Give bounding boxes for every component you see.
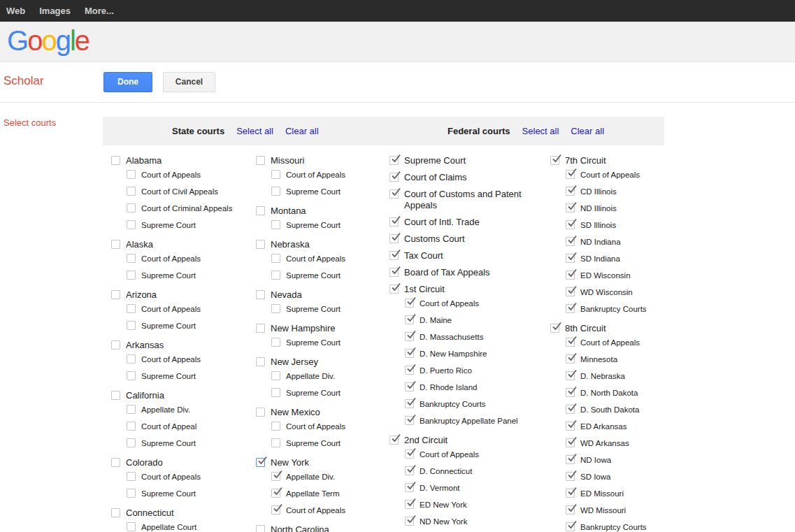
court-row[interactable]: ED Wisconsin <box>566 271 673 280</box>
checkbox-checked[interactable] <box>566 489 575 498</box>
court-row[interactable]: Bankruptcy Courts <box>405 399 529 409</box>
checkbox-unchecked[interactable] <box>256 408 265 417</box>
checkbox-checked[interactable] <box>566 304 575 313</box>
checkbox-checked[interactable] <box>389 189 399 199</box>
checkbox-checked[interactable] <box>566 405 575 414</box>
court-row[interactable]: Supreme Court <box>271 220 385 230</box>
checkbox-checked[interactable] <box>566 505 575 515</box>
checkbox-unchecked[interactable] <box>256 240 265 249</box>
court-row[interactable]: Court of Criminal Appeals <box>127 203 251 213</box>
checkbox-checked[interactable] <box>566 287 575 296</box>
checkbox-checked[interactable] <box>405 483 414 492</box>
court-row[interactable]: Court of Appeals <box>127 472 251 482</box>
checkbox-unchecked[interactable] <box>127 438 136 447</box>
court-group-row[interactable]: Alaska <box>111 239 251 250</box>
court-group-row[interactable]: 7th Circuit <box>550 155 673 166</box>
court-group-row[interactable]: Court of Intl. Trade <box>389 217 529 228</box>
checkbox-unchecked[interactable] <box>127 321 136 330</box>
court-row[interactable]: ED Missouri <box>566 489 673 498</box>
court-row[interactable]: D. Connecticut <box>405 466 529 476</box>
court-row[interactable]: D. Nebraska <box>566 371 673 381</box>
checkbox-checked[interactable] <box>566 422 575 431</box>
checkbox-checked[interactable] <box>566 354 575 364</box>
checkbox-unchecked[interactable] <box>256 324 265 333</box>
court-group-row[interactable]: New Mexico <box>256 407 385 418</box>
checkbox-unchecked[interactable] <box>127 354 136 364</box>
court-row[interactable]: Supreme Court <box>271 271 385 280</box>
court-row[interactable]: WD Missouri <box>566 505 673 515</box>
court-group-row[interactable]: 2nd Circuit <box>389 435 529 446</box>
court-row[interactable]: Supreme Court <box>271 304 385 314</box>
checkbox-checked[interactable] <box>566 187 575 196</box>
checkbox-checked[interactable] <box>566 254 575 263</box>
checkbox-unchecked[interactable] <box>127 220 136 229</box>
court-row[interactable]: Minnesota <box>566 354 673 364</box>
checkbox-checked[interactable] <box>389 268 399 277</box>
court-row[interactable]: Bankruptcy Appellate Panel <box>405 416 529 426</box>
court-row[interactable]: Court of Civil Appeals <box>127 187 251 196</box>
court-row[interactable]: Supreme Court <box>127 438 251 448</box>
checkbox-checked[interactable] <box>389 156 399 165</box>
checkbox-unchecked[interactable] <box>271 254 280 263</box>
checkbox-unchecked[interactable] <box>127 422 136 431</box>
checkbox-checked[interactable] <box>405 349 414 358</box>
checkbox-unchecked[interactable] <box>271 438 280 447</box>
google-logo[interactable]: Google <box>7 25 89 57</box>
checkbox-unchecked[interactable] <box>271 338 280 347</box>
court-group-row[interactable]: Alabama <box>111 155 251 166</box>
court-group-row[interactable]: Arkansas <box>111 340 251 351</box>
checkbox-checked[interactable] <box>405 416 414 425</box>
done-button[interactable]: Done <box>103 72 152 92</box>
checkbox-checked[interactable] <box>566 170 575 179</box>
checkbox-checked[interactable] <box>389 234 399 243</box>
court-row[interactable]: Court of Appeals <box>271 422 385 431</box>
court-row[interactable]: Supreme Court <box>127 489 251 498</box>
court-group-row[interactable]: 1st Circuit <box>389 284 529 295</box>
court-row[interactable]: D. Maine <box>405 315 529 325</box>
court-group-row[interactable]: Court of Claims <box>389 172 529 183</box>
court-group-row[interactable]: New Jersey <box>256 357 385 368</box>
checkbox-checked[interactable] <box>566 371 575 380</box>
court-group-row[interactable]: Board of Tax Appeals <box>389 267 529 278</box>
checkbox-checked[interactable] <box>405 466 414 475</box>
court-row[interactable]: D. Rhode Island <box>405 382 529 392</box>
checkbox-unchecked[interactable] <box>271 388 280 397</box>
checkbox-checked[interactable] <box>550 156 559 165</box>
court-row[interactable]: Court of Appeals <box>566 170 673 180</box>
court-row[interactable]: Court of Appeals <box>271 170 385 180</box>
court-row[interactable]: WD Arkansas <box>566 438 673 448</box>
court-row[interactable]: ND Illinois <box>566 203 673 213</box>
court-row[interactable]: Appellate Court <box>127 522 251 532</box>
court-row[interactable]: Appellate Div. <box>271 371 385 381</box>
court-row[interactable]: Supreme Court <box>271 338 385 347</box>
court-row[interactable]: D. New Hampshire <box>405 349 529 359</box>
court-row[interactable]: Supreme Court <box>127 220 251 230</box>
court-row[interactable]: D. North Dakota <box>566 388 673 398</box>
court-group-row[interactable]: 8th Circuit <box>550 323 673 334</box>
court-row[interactable]: Supreme Court <box>271 187 385 196</box>
checkbox-unchecked[interactable] <box>271 187 280 196</box>
checkbox-checked[interactable] <box>566 203 575 213</box>
court-group-row[interactable]: Nevada <box>256 289 385 301</box>
court-row[interactable]: SD Illinois <box>566 220 673 230</box>
checkbox-unchecked[interactable] <box>271 304 280 313</box>
checkbox-unchecked[interactable] <box>271 220 280 229</box>
court-row[interactable]: D. Vermont <box>405 483 529 493</box>
checkbox-checked[interactable] <box>405 382 414 391</box>
court-row[interactable]: CD Illinois <box>566 187 673 196</box>
checkbox-unchecked[interactable] <box>127 254 136 263</box>
court-group-row[interactable]: Missouri <box>256 155 385 166</box>
checkbox-unchecked[interactable] <box>256 206 265 215</box>
checkbox-unchecked[interactable] <box>256 525 265 532</box>
checkbox-unchecked[interactable] <box>111 290 120 299</box>
checkbox-unchecked[interactable] <box>127 472 136 481</box>
court-row[interactable]: Supreme Court <box>127 271 251 280</box>
checkbox-checked[interactable] <box>566 388 575 397</box>
court-row[interactable]: ED Arkansas <box>566 422 673 431</box>
checkbox-checked[interactable] <box>405 315 414 324</box>
court-row[interactable]: Court of Appeals <box>271 254 385 264</box>
court-row[interactable]: Court of Appeals <box>127 354 251 364</box>
court-group-row[interactable]: Customs Court <box>389 233 529 245</box>
court-row[interactable]: Appellate Div. <box>127 405 251 415</box>
checkbox-unchecked[interactable] <box>127 203 136 213</box>
